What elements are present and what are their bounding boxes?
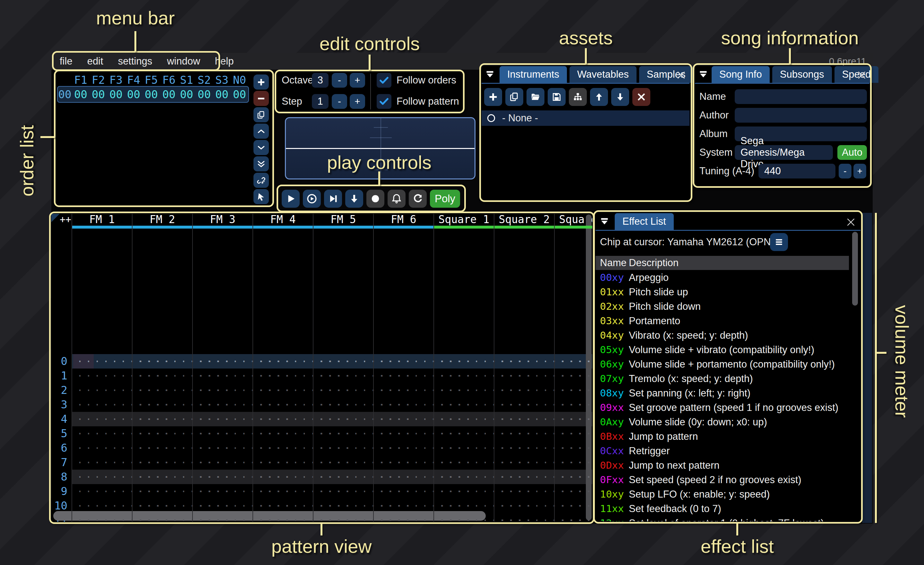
pattern-cell[interactable]: ··········· [72, 397, 132, 412]
octave-plus-button[interactable]: + [350, 73, 365, 88]
collapse-icon[interactable] [698, 69, 709, 80]
pattern-cell[interactable]: ··········· [434, 499, 494, 513]
order-cell[interactable]: 00 [162, 87, 176, 102]
pattern-cell[interactable]: ··········· [313, 368, 374, 383]
pattern-cell[interactable]: ··········· [192, 513, 253, 521]
pattern-cell[interactable]: ··········· [494, 455, 554, 470]
pattern-cell[interactable]: ··········· [253, 412, 313, 426]
pattern-cell[interactable]: ··········· [374, 470, 434, 484]
pattern-cell[interactable]: ··········· [313, 397, 374, 412]
octave-minus-button[interactable]: - [332, 73, 347, 88]
play-button[interactable] [282, 190, 300, 208]
menu-item-settings[interactable]: settings [118, 53, 152, 70]
pattern-cell[interactable]: ··········· [554, 455, 592, 470]
move-order-up-button[interactable] [254, 123, 269, 139]
system-field[interactable]: Sega Genesis/Mega Drive [735, 145, 833, 160]
pattern-cell[interactable]: ··········· [554, 354, 592, 368]
menu-item-window[interactable]: window [167, 53, 200, 70]
order-cell[interactable]: 00 [198, 87, 211, 102]
order-cell[interactable]: 00 [92, 87, 105, 102]
order-change-all-button[interactable] [254, 156, 269, 171]
pattern-cell[interactable]: ··········· [313, 412, 374, 426]
tuning-field[interactable]: 440 [759, 164, 836, 179]
pattern-cell[interactable]: ··········· [554, 499, 592, 513]
pattern-cell[interactable]: ··········· [494, 499, 554, 513]
pattern-corner-expand[interactable]: ++ [60, 214, 71, 225]
close-icon[interactable] [675, 69, 687, 81]
pattern-cell[interactable]: ··········· [72, 441, 132, 455]
pattern-cell[interactable]: ··········· [554, 383, 592, 397]
pattern-cell[interactable]: ··········· [554, 426, 592, 441]
pattern-cell[interactable]: ··········· [192, 455, 253, 470]
pattern-cell[interactable]: ··········· [253, 441, 313, 455]
pattern-cell[interactable]: ··········· [192, 470, 253, 484]
pattern-cell[interactable]: ··········· [434, 412, 494, 426]
step-plus-button[interactable]: + [350, 94, 365, 109]
author-field[interactable] [735, 108, 867, 123]
close-icon[interactable] [856, 69, 867, 81]
channel-header[interactable]: FM 3 [192, 214, 253, 225]
duplicate-order-button[interactable] [254, 107, 269, 122]
channel-header[interactable]: FM 5 [313, 214, 374, 225]
pattern-cell[interactable]: ··········· [132, 441, 192, 455]
pattern-cell[interactable]: ··········· [434, 383, 494, 397]
pattern-cell[interactable]: ··········· [253, 383, 313, 397]
tab-effect-list[interactable]: Effect List [615, 213, 674, 230]
pattern-cell[interactable]: ··········· [554, 441, 592, 455]
metronome-button[interactable] [388, 190, 405, 208]
pattern-cell[interactable]: ··········· [253, 368, 313, 383]
pattern-cell[interactable]: ··········· [374, 383, 434, 397]
pattern-cell[interactable]: ··········· [72, 513, 132, 521]
poly-button[interactable]: Poly [430, 190, 460, 208]
pattern-cell[interactable]: ··········· [72, 484, 132, 499]
follow-pattern-label[interactable]: Follow pattern [396, 94, 459, 109]
channel-header[interactable]: FM 4 [253, 214, 313, 225]
tuning-minus-button[interactable]: - [838, 164, 852, 179]
effect-list-scrollbar[interactable] [852, 232, 858, 306]
tuning-plus-button[interactable]: + [854, 164, 866, 179]
menu-item-file[interactable]: file [60, 53, 72, 70]
tab-subsongs[interactable]: Subsongs [772, 66, 832, 83]
pattern-cell[interactable]: ··········· [253, 513, 313, 521]
play-from-cursor-button[interactable] [303, 190, 321, 208]
pattern-cell[interactable]: ··········· [494, 397, 554, 412]
pattern-cell[interactable]: ··········· [374, 368, 434, 383]
pattern-cell[interactable]: ··········· [313, 484, 374, 499]
asset-list-item[interactable]: - None - [482, 110, 690, 126]
pattern-cell[interactable]: ··········· [132, 484, 192, 499]
pattern-cell[interactable]: ··········· [434, 484, 494, 499]
octave-value[interactable]: 3 [312, 73, 328, 88]
delete-asset-button[interactable] [632, 88, 650, 106]
pattern-cell[interactable]: ··········· [494, 441, 554, 455]
order-cell[interactable]: 00 [145, 87, 158, 102]
pattern-cell[interactable]: ··········· [494, 383, 554, 397]
order-cell[interactable]: 00 [215, 87, 228, 102]
menu-item-help[interactable]: help [215, 53, 234, 70]
pattern-cell[interactable]: ··········· [253, 426, 313, 441]
effect-list-menu-button[interactable] [770, 233, 788, 251]
pattern-cell[interactable]: ··········· [72, 354, 132, 368]
channel-header[interactable]: Square 2 [494, 214, 554, 225]
pattern-cell[interactable]: ··········· [132, 470, 192, 484]
pattern-cell[interactable]: ··········· [374, 397, 434, 412]
pattern-cell[interactable]: ··········· [434, 470, 494, 484]
pattern-cell[interactable]: ··········· [434, 441, 494, 455]
close-icon[interactable] [845, 216, 856, 228]
pattern-cell[interactable]: ··········· [72, 455, 132, 470]
pattern-cell[interactable]: ··········· [554, 412, 592, 426]
pattern-cell[interactable]: ··········· [494, 354, 554, 368]
pattern-cell[interactable]: ··········· [313, 470, 374, 484]
pattern-cell[interactable]: ··········· [192, 354, 253, 368]
tab-wavetables[interactable]: Wavetables [570, 66, 636, 83]
order-cell[interactable]: 00 [233, 87, 246, 102]
play-one-row-button[interactable] [324, 190, 342, 208]
follow-orders-checkbox[interactable] [376, 73, 392, 88]
menu-item-edit[interactable]: edit [87, 53, 103, 70]
pattern-cell[interactable]: ··········· [554, 470, 592, 484]
pattern-cell[interactable]: ··········· [374, 499, 434, 513]
pattern-cell[interactable]: ··········· [192, 397, 253, 412]
channel-header[interactable]: Square 1 [434, 214, 494, 225]
follow-pattern-checkbox[interactable] [376, 94, 392, 109]
pattern-cell[interactable]: ··········· [132, 354, 192, 368]
pattern-cell[interactable]: ··········· [72, 470, 132, 484]
